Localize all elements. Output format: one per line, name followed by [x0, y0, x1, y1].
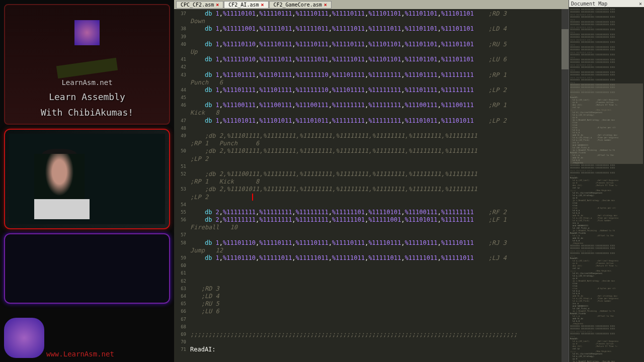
close-icon[interactable]: ×: [324, 2, 327, 8]
code-editor: CPC_CF2.asm× CF2_AI.asm× CF2_GameCore.as…: [174, 0, 569, 362]
document-map-content[interactable]: 11111111 11111111111 11111111111 1111111…: [569, 7, 644, 362]
document-map-header: Document Map ×: [569, 0, 644, 7]
vertical-scrollbar[interactable]: [561, 9, 569, 362]
promo-tagline-1: Learn Assembly: [49, 92, 125, 102]
webcam-feed: [9, 134, 165, 224]
close-icon[interactable]: ×: [639, 1, 642, 7]
promo-card: LearnAsm.net Learn Assembly With ChibiAk…: [4, 4, 170, 125]
tab-cf2-ai[interactable]: CF2_AI.asm×: [224, 1, 268, 9]
mascot-sprite-icon: [4, 318, 44, 358]
stream-overlay-panel: LearnAsm.net Learn Assembly With ChibiAk…: [0, 0, 174, 362]
promo-tagline-2: With ChibiAkumas!: [41, 107, 133, 118]
document-map-panel: Document Map × 11111111 11111111111 1111…: [569, 0, 644, 362]
tab-cpc-cf2[interactable]: CPC_CF2.asm×: [176, 1, 223, 9]
promo-site-title: LearnAsm.net: [61, 78, 112, 86]
line-gutter: 3738394041424344454647484950515253545556…: [174, 9, 188, 362]
mascot-url: www.LearnAsm.net: [46, 350, 114, 358]
tab-cf2-gamecore[interactable]: CF2_GameCore.asm×: [269, 1, 332, 9]
tab-bar: CPC_CF2.asm× CF2_AI.asm× CF2_GameCore.as…: [174, 0, 569, 9]
secondary-frame: [4, 233, 170, 304]
promo-sprite-icon: [74, 20, 100, 45]
code-content[interactable]: db 1,%11110101,%11110111,%11110111,%1111…: [188, 9, 561, 362]
webcam-frame: [4, 129, 170, 229]
close-icon[interactable]: ×: [216, 2, 219, 8]
promo-chip-graphic: [56, 58, 118, 78]
mascot-corner: www.LearnAsm.net: [4, 318, 114, 358]
close-icon[interactable]: ×: [261, 2, 264, 8]
scrollbar-thumb[interactable]: [561, 29, 569, 69]
